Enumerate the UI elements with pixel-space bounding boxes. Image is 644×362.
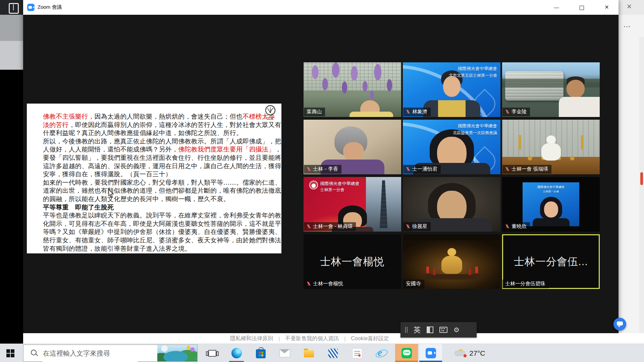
document-line: 人做好，人人能開悟，還怕不能成佛嗎？另外，佛陀教我們度眾生要用「四攝法」， <box>43 145 274 154</box>
participant-tile[interactable]: 國際佛光會中華總會士林第一分會董曉欣 <box>502 177 600 232</box>
taskbar-app2-button[interactable] <box>347 344 367 362</box>
participant-name: 董曉欣 <box>512 223 527 230</box>
background-app-right-edge: ✕ ⋯ <box>619 0 644 344</box>
participant-name: 林象濟 <box>412 109 427 115</box>
video-scene-graphic <box>502 79 600 87</box>
participant-name-label: 士林一分會伍碧珠 <box>502 280 549 288</box>
video-scene-graphic <box>403 234 500 240</box>
search-highlight-image[interactable] <box>157 345 197 361</box>
document-line: 淡的苦行，即使因此而贏得別人的崇仰，這種冷冰冰的苦行人生，對於社會大眾又有 <box>43 121 274 129</box>
participant-tile[interactable]: 國際佛光會中華總會北區協會第一次區務會議士一潘怡君 <box>403 120 500 174</box>
document-line: 這許多超越的、高遠的、深長的義理，運用在日用之中，讓自己在人間的生活，獲得 <box>43 162 274 170</box>
muted-mic-icon <box>406 167 410 171</box>
zoom-running-indicator <box>419 361 442 362</box>
video-scene-graphic <box>423 100 480 117</box>
participant-tile[interactable]: 士林一分會伍...士林一分會伍碧珠 <box>502 234 600 289</box>
participant-name: 士林一會楊悦 <box>313 281 343 287</box>
participant-tile[interactable]: 國際佛光會中華總會士林第一分會士林一會 - 林貞環 <box>304 177 401 232</box>
participant-tile[interactable]: 李金陵 <box>502 62 600 117</box>
search-icon <box>31 350 37 355</box>
video-scene-graphic <box>447 248 456 256</box>
participant-name: 士林－李香 <box>313 166 338 172</box>
muted-mic-icon <box>307 167 311 171</box>
task-view-button[interactable] <box>202 344 222 362</box>
participant-tile[interactable]: 安國寺 <box>403 234 500 289</box>
document-text-segment: 慈行童女、有德童女、師子嚬呻比丘尼、婆須蜜多女、夜天女神等，由於她們對佛法 <box>43 236 281 244</box>
taskbar-app1-button[interactable] <box>323 344 343 362</box>
participant-name: 士林一分會伍碧珠 <box>505 281 545 287</box>
window-title: Zoom 會議 <box>38 4 62 10</box>
line-app-icon <box>401 348 412 358</box>
shared-screen-document: 佛教不主張樂行，因為太過的人間欲樂，熱烘烘的，會迷失自己；但也不標榜太冷淡的苦行… <box>27 104 281 253</box>
participant-tile[interactable]: 徐麗星 <box>403 177 500 232</box>
muted-mic-icon <box>406 110 410 114</box>
video-scene-graphic <box>533 218 570 226</box>
participant-tile[interactable]: 葉壽山 <box>304 62 401 117</box>
muted-mic-icon <box>505 224 509 229</box>
muted-mic-icon <box>307 282 311 286</box>
search-input[interactable] <box>42 345 138 362</box>
background-page-strip: 隱私權和法律原則|不要販售我的個人資訊|Cookie喜好設定 <box>23 333 644 344</box>
ime-drag-handle-icon[interactable] <box>405 327 408 333</box>
participant-tile[interactable]: 士林一會楊悦士林一會楊悦 <box>304 234 401 289</box>
footer-link[interactable]: 隱私權和法律原則 <box>230 335 273 342</box>
browser-menu-icon[interactable]: ⋯ <box>623 22 631 31</box>
taskbar-store-button[interactable] <box>251 344 271 362</box>
document-line: 慈行童女、有德童女、師子嚬呻比丘尼、婆須蜜多女、夜天女神等，由於她們對佛法 <box>43 236 274 244</box>
line-attention-indicator <box>395 361 418 362</box>
maximize-button[interactable] <box>572 0 591 15</box>
background-titlebar-corner: ✕ <box>619 0 644 15</box>
participant-name: 徐麗星 <box>412 223 427 230</box>
taskbar-line-button[interactable] <box>395 344 418 362</box>
document-line: 平等也是佛教足以睥睨天下的教義。說到平等，在維摩丈室裡，舍利弗受女青年的教 <box>43 211 274 220</box>
document-text-segment: 佛陀教我們度眾生要用「四攝法」 <box>178 145 275 153</box>
footer-link[interactable]: Cookie喜好設定 <box>351 335 389 342</box>
minimize-button[interactable]: — <box>547 0 566 15</box>
internet-explorer-icon: e <box>376 348 387 359</box>
background-tab-strip <box>0 0 23 15</box>
background-toolbar-lower <box>0 41 23 70</box>
document-text-segment: 這許多超越的、高遠的、深長的義理，運用在日用之中，讓自己在人間的生活，獲得 <box>43 162 281 170</box>
start-button[interactable] <box>0 344 20 362</box>
banner-line: 士林第一分會 <box>320 187 359 193</box>
file-explorer-icon <box>304 350 314 357</box>
weather-widget[interactable]: 27°C <box>448 344 492 362</box>
microsoft-edge-icon <box>231 348 242 358</box>
gear-icon[interactable]: ⚙ <box>453 326 460 334</box>
keyboard-icon[interactable] <box>439 327 447 333</box>
taskbar-ie-button[interactable]: e <box>371 344 391 362</box>
taskbar-edge-button[interactable] <box>226 344 247 362</box>
page-scrollbar[interactable] <box>639 37 644 344</box>
taskbar-search-box[interactable] <box>23 345 198 362</box>
taskbar-zoom-button[interactable] <box>419 344 442 362</box>
browser-close-icon[interactable]: ✕ <box>627 3 632 10</box>
document-line: 所以，今後佛教的出路，應真正依止佛陀的人間佛教教示。所謂「人成即佛成」，把 <box>43 137 274 145</box>
taskbar-explorer-button[interactable] <box>299 344 319 362</box>
participant-tile[interactable]: 士林一會 張瑞瑛 <box>502 120 600 174</box>
link-separator: | <box>278 336 280 342</box>
window-titlebar[interactable]: Zoom 會議 — ✕ <box>23 0 619 15</box>
participant-name: 士一潘怡君 <box>412 166 437 172</box>
half-fullwidth-icon[interactable] <box>427 326 433 333</box>
microsoft-store-icon <box>256 349 266 358</box>
video-scene-graphic <box>443 76 461 97</box>
participant-name-label: 葉壽山 <box>304 108 325 116</box>
mail-icon <box>279 349 290 357</box>
ime-language-mode-button[interactable]: 英 <box>414 325 421 335</box>
footer-link[interactable]: 不要販售我的個人資訊 <box>285 335 339 342</box>
document-text-segment: 什麼利益呢？真正的人間佛教應提倡緣起中道，如佛陀之所說、所行。 <box>43 129 243 136</box>
participant-tile[interactable]: 士林－李香 <box>304 120 401 174</box>
document-text-segment: 淡的苦行 <box>43 121 69 128</box>
video-scene-graphic <box>366 177 401 232</box>
taskbar-mail-button[interactable] <box>275 344 295 362</box>
participant-name-label: 士林一會楊悦 <box>304 280 346 288</box>
participant-tile[interactable]: 國際佛光會中華總會北市北第五區士林第一分會林象濟 <box>403 62 500 117</box>
close-button[interactable]: ✕ <box>597 0 616 15</box>
chat-fab-button[interactable] <box>613 318 626 330</box>
scrollbar-thumb[interactable] <box>640 172 643 185</box>
document-text-segment: 皆有獨到的體證，故能引導善財童子進入法界之境。 <box>43 245 191 252</box>
document-text-segment: 平等也是佛教足以睥睨天下的教義。說到平等，在維摩丈室裡，舍利弗受女青年的教 <box>43 212 281 219</box>
participant-name-label: 士一潘怡君 <box>403 165 441 174</box>
virtual-background-banner: 國際佛光會中華總會北市北第五區士林第一分會 <box>449 65 497 79</box>
participant-name: 士林一會 - 林貞環 <box>313 223 353 230</box>
